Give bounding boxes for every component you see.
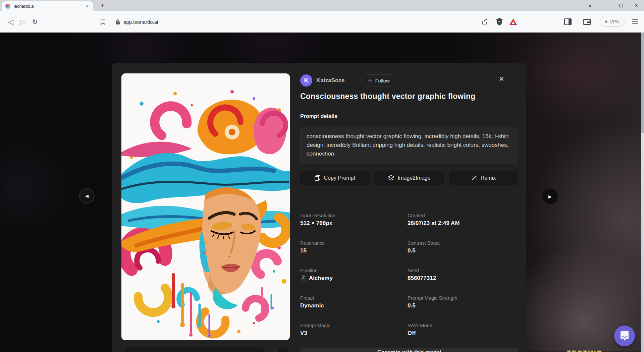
bat-logo-icon[interactable] <box>509 18 517 25</box>
detail-input-resolution: Input Resolution 512 × 768px <box>300 213 408 228</box>
avatar[interactable]: K <box>300 74 312 86</box>
prompt-input-partial[interactable] <box>124 347 266 352</box>
vpn-button[interactable]: VPN <box>600 17 625 27</box>
back-button[interactable]: ◁ <box>5 16 17 28</box>
follow-label: Follow <box>375 78 389 83</box>
wallet-icon[interactable] <box>583 18 591 25</box>
vpn-label: VPN <box>610 19 620 24</box>
bookmark-icon[interactable] <box>100 18 106 25</box>
image2image-label: Image2Image <box>398 175 431 181</box>
forward-button[interactable]: ▷ <box>17 16 29 28</box>
details-grid: Input Resolution 512 × 768px Created 26/… <box>300 213 518 338</box>
lock-icon[interactable] <box>115 19 120 25</box>
browser-window: leonardo.ai × + ∨ – × ◁ ▷ ↻ app.leonardo… <box>0 0 644 352</box>
detail-raw-mode: RAW Mode Off <box>408 323 518 338</box>
support-chat-button[interactable] <box>614 326 635 346</box>
image2image-icon <box>388 175 394 181</box>
window-close-button[interactable]: × <box>629 0 644 11</box>
follow-button[interactable]: ☆ Follow <box>361 74 396 86</box>
author-name[interactable]: KaizaSoze <box>316 77 344 84</box>
image-detail-modal: K KaizaSoze ☆ Follow × Consciousness tho… <box>112 63 526 352</box>
brave-shield-icon[interactable] <box>496 18 503 26</box>
next-image-button[interactable]: ▶ <box>542 189 558 204</box>
menu-button[interactable] <box>632 19 638 24</box>
action-buttons: Copy Prompt Image2Image Remix <box>300 171 518 185</box>
detail-prompt-magic: Prompt Magic V3 <box>300 323 408 338</box>
share-icon[interactable] <box>481 18 489 25</box>
browser-tab[interactable]: leonardo.ai × <box>2 1 93 11</box>
sidebar-icon[interactable] <box>564 18 572 25</box>
hamburger-icon <box>632 19 638 24</box>
vpn-status-dot <box>605 20 607 23</box>
previous-image-button[interactable]: ◀ <box>79 188 95 203</box>
remix-label: Remix <box>481 175 496 181</box>
tab-close-icon[interactable]: × <box>84 3 90 9</box>
modal-close-button[interactable]: × <box>497 74 506 83</box>
prompt-text[interactable]: consciousness thought vector graphic flo… <box>300 127 518 164</box>
scrollbar-thumb[interactable] <box>641 33 644 133</box>
maximize-button[interactable] <box>613 0 629 11</box>
tab-search-icon[interactable]: ∨ <box>582 0 598 11</box>
new-tab-button[interactable]: + <box>98 1 107 10</box>
detail-seed: Seed 856077312 <box>408 268 518 283</box>
toolbar-divider <box>492 18 492 26</box>
url-text[interactable]: app.leonardo.ai <box>123 19 158 25</box>
section-divider <box>300 107 518 107</box>
detail-panel: K KaizaSoze ☆ Follow × Consciousness tho… <box>300 63 518 352</box>
image-title: Consciousness thought vector graphic flo… <box>300 92 515 101</box>
detail-created: Created 26/07/23 at 2:49 AM <box>408 213 518 228</box>
detail-pipeline: Pipeline Alchemy <box>300 268 408 283</box>
tab-title: leonardo.ai <box>14 4 84 9</box>
scrollbar[interactable] <box>641 33 644 352</box>
minimize-button[interactable]: – <box>598 0 613 11</box>
reload-button[interactable]: ↻ <box>29 16 41 28</box>
copy-prompt-label: Copy Prompt <box>324 175 355 181</box>
window-controls: ∨ – × <box>582 0 644 11</box>
page-background: K KaizaSoze ☆ Follow × Consciousness tho… <box>0 33 644 352</box>
copy-prompt-button[interactable]: Copy Prompt <box>300 171 370 185</box>
prompt-details-heading: Prompt details <box>300 113 337 119</box>
star-icon: ☆ <box>368 77 372 84</box>
generated-image[interactable] <box>121 73 290 340</box>
maximize-icon <box>619 4 623 7</box>
detail-preset: Preset Dynamic <box>300 295 408 310</box>
leonardo-favicon-icon <box>5 4 10 9</box>
flask-icon <box>300 275 306 282</box>
detail-prompt-magic-strength: Prompt Magic Strength 0.5 <box>408 295 518 310</box>
artwork-image <box>121 73 290 340</box>
image2image-button[interactable]: Image2Image <box>374 171 444 185</box>
action-square-partial[interactable] <box>276 347 290 352</box>
detail-resonance: Resonance 15 <box>300 240 408 255</box>
copy-icon <box>315 175 320 181</box>
remix-button[interactable]: Remix <box>449 171 518 185</box>
generate-with-model-button[interactable]: Generate with this model <box>300 348 518 352</box>
cut-off-watermark: TESTING <box>567 349 624 352</box>
tab-strip: leonardo.ai × + ∨ – × <box>0 0 644 11</box>
author-row: K KaizaSoze ☆ Follow <box>300 74 396 87</box>
remix-icon <box>471 175 477 181</box>
browser-toolbar: ◁ ▷ ↻ app.leonardo.ai <box>0 11 644 33</box>
chat-bubble-icon <box>620 331 630 341</box>
detail-contrast-boost: Contrast Boost 0.5 <box>408 240 518 255</box>
